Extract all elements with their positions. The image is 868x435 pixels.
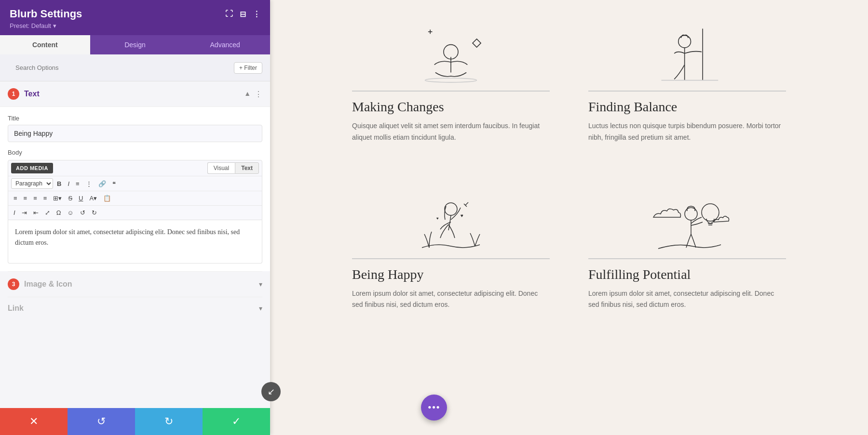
undo-editor-button[interactable]: ↺ <box>78 208 88 218</box>
more-options-icon[interactable]: ⋮ <box>253 10 260 19</box>
italic-button[interactable]: I <box>65 179 72 189</box>
blurb-illustration-fulfilling-potential <box>588 182 786 259</box>
image-icon-section: 3 Image & Icon ▾ <box>0 272 270 297</box>
settings-panel: Blurb Settings ⛶ ⊟ ⋮ Preset: Default ▾ C… <box>0 0 270 435</box>
align-center-button[interactable]: ≡ <box>21 193 30 203</box>
blurb-grid: Making Changes Quisque aliquet velit sit… <box>352 0 786 325</box>
svg-point-0 <box>425 78 476 82</box>
svg-point-15 <box>702 204 719 221</box>
text-section-dots[interactable]: ⋮ <box>255 90 262 99</box>
editor-row-format: Paragraph Heading 1 Heading 2 B I ≡ ⋮ 🔗 … <box>8 176 262 191</box>
blurb-title-making-changes: Making Changes <box>352 99 550 115</box>
body-editor-content[interactable]: Lorem ipsum dolor sit amet, consectetur … <box>8 220 262 264</box>
visual-tab[interactable]: Visual <box>207 162 235 174</box>
link-button[interactable]: 🔗 <box>96 179 108 189</box>
title-field-label: Title <box>8 115 262 122</box>
panel-title-row: Blurb Settings ⛶ ⊟ ⋮ <box>10 8 260 20</box>
panel-tabs: Content Design Advanced <box>0 35 270 54</box>
blurb-body-making-changes: Quisque aliquet velit sit amet sem inter… <box>352 120 550 144</box>
text-section-title: Text <box>24 90 40 98</box>
table-button[interactable]: ⊞▾ <box>51 193 64 203</box>
align-left-button[interactable]: ≡ <box>11 193 20 203</box>
svg-text:♥: ♥ <box>461 213 463 218</box>
ordered-list-button[interactable]: ⋮ <box>83 179 95 189</box>
blurb-title-being-happy: Being Happy <box>352 267 550 282</box>
svg-point-2 <box>444 45 458 59</box>
title-input[interactable] <box>8 125 262 142</box>
save-button[interactable]: ✓ <box>203 408 270 435</box>
blurb-fulfilling-potential: Fulfilling Potential Lorem ipsum dolor s… <box>588 168 786 326</box>
undo-button[interactable]: ↺ <box>68 408 135 435</box>
tab-content[interactable]: Content <box>0 35 90 54</box>
text-section: 1 Text ▲ ⋮ Title Body ADD MEDIA <box>0 81 270 271</box>
expand-icon[interactable]: ⛶ <box>225 10 233 18</box>
blurb-illustration-being-happy: ♥ ♥ <box>352 182 550 259</box>
svg-line-13 <box>465 202 468 205</box>
svg-point-18 <box>685 208 697 220</box>
blurb-body-fulfilling-potential: Lorem ipsum dolor sit amet, consectetur … <box>588 288 786 311</box>
redo-editor-button[interactable]: ↻ <box>89 208 99 218</box>
paste-text-button[interactable]: 📋 <box>101 193 113 203</box>
floating-help-button[interactable]: ↙ <box>261 382 281 401</box>
text-tab[interactable]: Text <box>235 162 259 174</box>
content-area: Making Changes Quisque aliquet velit sit… <box>270 0 868 435</box>
link-section-title: Link <box>8 304 24 313</box>
text-section-badge: 1 <box>8 88 19 100</box>
blurb-finding-balance: Finding Balance Luctus lectus non quisqu… <box>588 0 786 158</box>
cancel-button[interactable]: ✕ <box>0 408 68 435</box>
paragraph-select[interactable]: Paragraph Heading 1 Heading 2 <box>11 178 53 189</box>
tab-design[interactable]: Design <box>90 35 180 54</box>
italic2-button[interactable]: I <box>11 208 18 218</box>
outdent-button[interactable]: ⇤ <box>31 208 41 218</box>
text-section-header[interactable]: 1 Text ▲ ⋮ <box>0 81 270 106</box>
blurb-illustration-making-changes <box>352 14 550 92</box>
indent-button[interactable]: ⇥ <box>19 208 29 218</box>
emoji-button[interactable]: ☺ <box>65 208 76 218</box>
filter-button[interactable]: + Filter <box>234 62 262 74</box>
link-section: Link ▾ <box>0 297 270 319</box>
fullscreen-button[interactable]: ⤢ <box>42 208 53 218</box>
underline-button[interactable]: U <box>76 193 85 203</box>
columns-icon[interactable]: ⊟ <box>240 10 246 19</box>
floating-action-button[interactable]: ••• <box>421 395 447 421</box>
svg-point-10 <box>445 203 457 215</box>
body-field-label: Body <box>8 149 262 156</box>
panel-title-icons: ⛶ ⊟ ⋮ <box>225 10 260 19</box>
preset-label[interactable]: Preset: Default ▾ <box>10 22 260 29</box>
unordered-list-button[interactable]: ≡ <box>73 179 82 189</box>
image-icon-section-title: Image & Icon <box>24 280 72 289</box>
link-chevron[interactable]: ▾ <box>259 304 262 313</box>
link-section-header[interactable]: Link ▾ <box>0 297 270 319</box>
visual-text-tabs: Visual Text <box>207 162 259 174</box>
redo-button[interactable]: ↻ <box>135 408 203 435</box>
editor-row-align: ≡ ≡ ≡ ≡ ⊞▾ S U A▾ 📋 <box>8 191 262 206</box>
quote-button[interactable]: ❝ <box>110 179 118 189</box>
svg-text:♥: ♥ <box>436 216 439 221</box>
special-char-button[interactable]: Ω <box>54 208 64 218</box>
editor-row-misc: I ⇥ ⇤ ⤢ Ω ☺ ↺ ↻ <box>8 206 262 220</box>
strikethrough-button[interactable]: S <box>66 193 75 203</box>
image-icon-section-badge: 3 <box>8 278 19 290</box>
align-right-button[interactable]: ≡ <box>31 193 40 203</box>
panel-bottom-bar: ✕ ↺ ↻ ✓ <box>0 408 270 435</box>
tab-advanced[interactable]: Advanced <box>180 35 270 54</box>
svg-point-7 <box>678 35 691 48</box>
svg-marker-3 <box>473 39 481 47</box>
text-section-icons: ▲ ⋮ <box>244 90 262 99</box>
blurb-title-fulfilling-potential: Fulfilling Potential <box>588 267 786 282</box>
text-section-content: Title Body ADD MEDIA Visual Text <box>0 106 270 271</box>
text-color-button[interactable]: A▾ <box>87 193 99 203</box>
add-media-button[interactable]: ADD MEDIA <box>11 163 53 173</box>
bold-button[interactable]: B <box>54 179 64 189</box>
search-input[interactable] <box>8 59 230 76</box>
align-justify-button[interactable]: ≡ <box>41 193 50 203</box>
image-icon-section-left: 3 Image & Icon <box>8 278 72 290</box>
blurb-title-finding-balance: Finding Balance <box>588 99 786 115</box>
editor-row-media: ADD MEDIA Visual Text <box>8 160 262 176</box>
blurb-illustration-finding-balance <box>588 14 786 92</box>
image-icon-chevron[interactable]: ▾ <box>259 280 262 289</box>
panel-title-text: Blurb Settings <box>10 8 82 20</box>
text-section-chevron-up[interactable]: ▲ <box>244 90 251 98</box>
image-icon-section-header[interactable]: 3 Image & Icon ▾ <box>0 272 270 297</box>
text-section-header-left: 1 Text <box>8 88 40 100</box>
